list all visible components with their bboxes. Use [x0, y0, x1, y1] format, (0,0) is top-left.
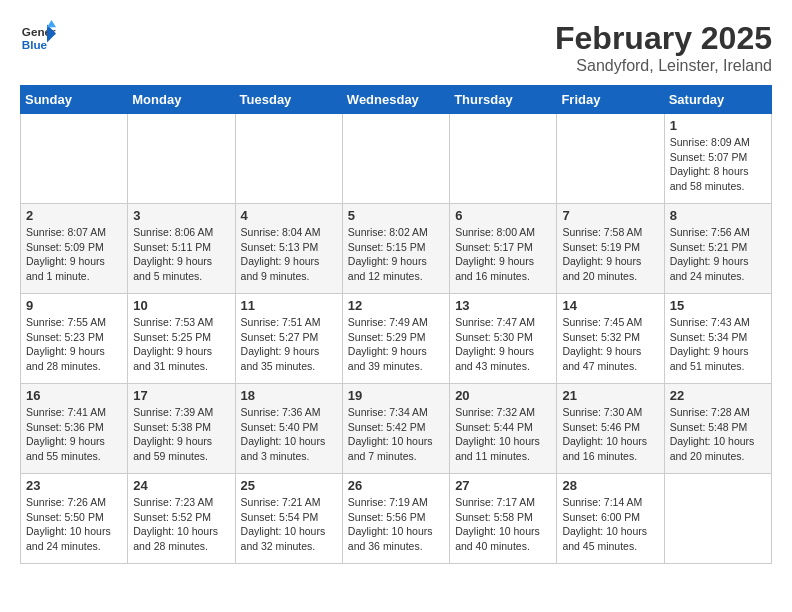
day-info: Sunrise: 7:28 AM Sunset: 5:48 PM Dayligh…	[670, 405, 766, 464]
title-area: February 2025 Sandyford, Leinster, Irela…	[555, 20, 772, 75]
calendar-subtitle: Sandyford, Leinster, Ireland	[555, 57, 772, 75]
day-info: Sunrise: 7:58 AM Sunset: 5:19 PM Dayligh…	[562, 225, 658, 284]
day-info: Sunrise: 8:09 AM Sunset: 5:07 PM Dayligh…	[670, 135, 766, 194]
calendar-week-2: 9Sunrise: 7:55 AM Sunset: 5:23 PM Daylig…	[21, 294, 772, 384]
day-number: 20	[455, 388, 551, 403]
day-number: 6	[455, 208, 551, 223]
day-number: 13	[455, 298, 551, 313]
svg-text:Blue: Blue	[22, 38, 48, 51]
calendar-cell: 16Sunrise: 7:41 AM Sunset: 5:36 PM Dayli…	[21, 384, 128, 474]
calendar-cell: 19Sunrise: 7:34 AM Sunset: 5:42 PM Dayli…	[342, 384, 449, 474]
calendar-cell: 3Sunrise: 8:06 AM Sunset: 5:11 PM Daylig…	[128, 204, 235, 294]
calendar-cell: 21Sunrise: 7:30 AM Sunset: 5:46 PM Dayli…	[557, 384, 664, 474]
day-info: Sunrise: 8:06 AM Sunset: 5:11 PM Dayligh…	[133, 225, 229, 284]
calendar-cell: 18Sunrise: 7:36 AM Sunset: 5:40 PM Dayli…	[235, 384, 342, 474]
day-info: Sunrise: 7:47 AM Sunset: 5:30 PM Dayligh…	[455, 315, 551, 374]
day-number: 2	[26, 208, 122, 223]
day-info: Sunrise: 7:39 AM Sunset: 5:38 PM Dayligh…	[133, 405, 229, 464]
col-sunday: Sunday	[21, 86, 128, 114]
day-number: 21	[562, 388, 658, 403]
day-info: Sunrise: 7:19 AM Sunset: 5:56 PM Dayligh…	[348, 495, 444, 554]
calendar-cell	[450, 114, 557, 204]
day-info: Sunrise: 7:14 AM Sunset: 6:00 PM Dayligh…	[562, 495, 658, 554]
logo: General Blue General Blue	[20, 20, 56, 56]
header-row: Sunday Monday Tuesday Wednesday Thursday…	[21, 86, 772, 114]
day-info: Sunrise: 7:45 AM Sunset: 5:32 PM Dayligh…	[562, 315, 658, 374]
calendar-cell: 26Sunrise: 7:19 AM Sunset: 5:56 PM Dayli…	[342, 474, 449, 564]
day-info: Sunrise: 7:55 AM Sunset: 5:23 PM Dayligh…	[26, 315, 122, 374]
day-number: 10	[133, 298, 229, 313]
col-friday: Friday	[557, 86, 664, 114]
day-number: 24	[133, 478, 229, 493]
day-number: 15	[670, 298, 766, 313]
day-number: 23	[26, 478, 122, 493]
day-info: Sunrise: 7:41 AM Sunset: 5:36 PM Dayligh…	[26, 405, 122, 464]
calendar-cell: 1Sunrise: 8:09 AM Sunset: 5:07 PM Daylig…	[664, 114, 771, 204]
calendar-title: February 2025	[555, 20, 772, 57]
calendar-cell: 22Sunrise: 7:28 AM Sunset: 5:48 PM Dayli…	[664, 384, 771, 474]
day-info: Sunrise: 8:00 AM Sunset: 5:17 PM Dayligh…	[455, 225, 551, 284]
calendar-week-1: 2Sunrise: 8:07 AM Sunset: 5:09 PM Daylig…	[21, 204, 772, 294]
calendar-cell: 8Sunrise: 7:56 AM Sunset: 5:21 PM Daylig…	[664, 204, 771, 294]
calendar-cell	[21, 114, 128, 204]
calendar-cell: 4Sunrise: 8:04 AM Sunset: 5:13 PM Daylig…	[235, 204, 342, 294]
day-number: 22	[670, 388, 766, 403]
day-info: Sunrise: 7:21 AM Sunset: 5:54 PM Dayligh…	[241, 495, 337, 554]
day-info: Sunrise: 7:49 AM Sunset: 5:29 PM Dayligh…	[348, 315, 444, 374]
day-number: 5	[348, 208, 444, 223]
col-thursday: Thursday	[450, 86, 557, 114]
calendar-cell: 9Sunrise: 7:55 AM Sunset: 5:23 PM Daylig…	[21, 294, 128, 384]
day-number: 17	[133, 388, 229, 403]
day-number: 25	[241, 478, 337, 493]
col-monday: Monday	[128, 86, 235, 114]
calendar-cell: 23Sunrise: 7:26 AM Sunset: 5:50 PM Dayli…	[21, 474, 128, 564]
day-info: Sunrise: 7:34 AM Sunset: 5:42 PM Dayligh…	[348, 405, 444, 464]
day-info: Sunrise: 7:36 AM Sunset: 5:40 PM Dayligh…	[241, 405, 337, 464]
calendar-cell	[128, 114, 235, 204]
calendar-cell: 7Sunrise: 7:58 AM Sunset: 5:19 PM Daylig…	[557, 204, 664, 294]
calendar-cell: 25Sunrise: 7:21 AM Sunset: 5:54 PM Dayli…	[235, 474, 342, 564]
day-info: Sunrise: 8:02 AM Sunset: 5:15 PM Dayligh…	[348, 225, 444, 284]
calendar-week-3: 16Sunrise: 7:41 AM Sunset: 5:36 PM Dayli…	[21, 384, 772, 474]
day-number: 14	[562, 298, 658, 313]
day-number: 16	[26, 388, 122, 403]
day-number: 27	[455, 478, 551, 493]
calendar-cell	[557, 114, 664, 204]
day-number: 4	[241, 208, 337, 223]
col-tuesday: Tuesday	[235, 86, 342, 114]
day-number: 19	[348, 388, 444, 403]
day-info: Sunrise: 8:04 AM Sunset: 5:13 PM Dayligh…	[241, 225, 337, 284]
day-info: Sunrise: 7:17 AM Sunset: 5:58 PM Dayligh…	[455, 495, 551, 554]
calendar-cell: 6Sunrise: 8:00 AM Sunset: 5:17 PM Daylig…	[450, 204, 557, 294]
col-wednesday: Wednesday	[342, 86, 449, 114]
calendar-cell	[235, 114, 342, 204]
calendar-cell: 24Sunrise: 7:23 AM Sunset: 5:52 PM Dayli…	[128, 474, 235, 564]
calendar-cell: 15Sunrise: 7:43 AM Sunset: 5:34 PM Dayli…	[664, 294, 771, 384]
calendar-cell: 12Sunrise: 7:49 AM Sunset: 5:29 PM Dayli…	[342, 294, 449, 384]
calendar-week-0: 1Sunrise: 8:09 AM Sunset: 5:07 PM Daylig…	[21, 114, 772, 204]
calendar-cell	[664, 474, 771, 564]
logo-icon: General Blue	[20, 20, 56, 56]
calendar-cell: 20Sunrise: 7:32 AM Sunset: 5:44 PM Dayli…	[450, 384, 557, 474]
day-info: Sunrise: 7:51 AM Sunset: 5:27 PM Dayligh…	[241, 315, 337, 374]
day-number: 18	[241, 388, 337, 403]
calendar-cell: 14Sunrise: 7:45 AM Sunset: 5:32 PM Dayli…	[557, 294, 664, 384]
calendar-cell: 13Sunrise: 7:47 AM Sunset: 5:30 PM Dayli…	[450, 294, 557, 384]
day-number: 9	[26, 298, 122, 313]
calendar-cell: 5Sunrise: 8:02 AM Sunset: 5:15 PM Daylig…	[342, 204, 449, 294]
day-number: 1	[670, 118, 766, 133]
calendar-cell: 10Sunrise: 7:53 AM Sunset: 5:25 PM Dayli…	[128, 294, 235, 384]
col-saturday: Saturday	[664, 86, 771, 114]
header: General Blue General Blue February 2025 …	[20, 20, 772, 75]
day-info: Sunrise: 7:53 AM Sunset: 5:25 PM Dayligh…	[133, 315, 229, 374]
calendar-header: Sunday Monday Tuesday Wednesday Thursday…	[21, 86, 772, 114]
day-info: Sunrise: 7:23 AM Sunset: 5:52 PM Dayligh…	[133, 495, 229, 554]
calendar-week-4: 23Sunrise: 7:26 AM Sunset: 5:50 PM Dayli…	[21, 474, 772, 564]
calendar-table: Sunday Monday Tuesday Wednesday Thursday…	[20, 85, 772, 564]
day-number: 3	[133, 208, 229, 223]
calendar-body: 1Sunrise: 8:09 AM Sunset: 5:07 PM Daylig…	[21, 114, 772, 564]
calendar-cell: 11Sunrise: 7:51 AM Sunset: 5:27 PM Dayli…	[235, 294, 342, 384]
svg-marker-3	[47, 20, 56, 27]
calendar-cell: 17Sunrise: 7:39 AM Sunset: 5:38 PM Dayli…	[128, 384, 235, 474]
calendar-cell: 27Sunrise: 7:17 AM Sunset: 5:58 PM Dayli…	[450, 474, 557, 564]
